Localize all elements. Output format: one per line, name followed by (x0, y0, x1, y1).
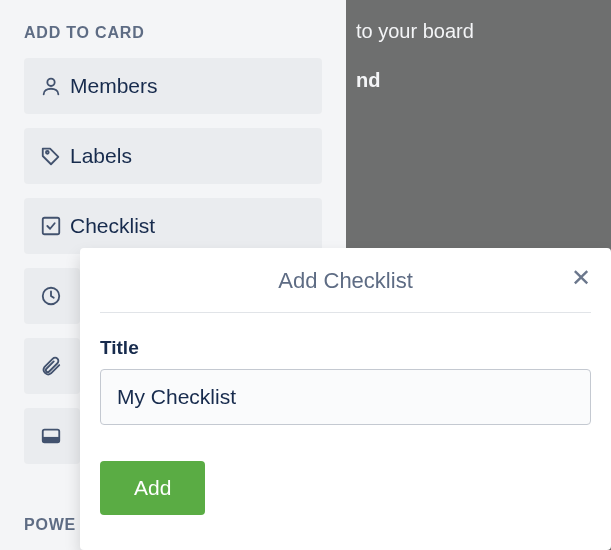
members-button[interactable]: Members (24, 58, 322, 114)
add-checklist-popover: Add Checklist ✕ Title Add (80, 248, 611, 550)
clock-icon (40, 285, 64, 307)
cover-button[interactable] (24, 408, 80, 464)
backdrop-text-2: nd (356, 69, 601, 92)
svg-point-1 (46, 151, 49, 154)
title-label: Title (100, 337, 591, 359)
add-button[interactable]: Add (100, 461, 205, 515)
svg-rect-2 (43, 218, 60, 235)
cover-icon (40, 425, 64, 447)
backdrop-text-1: to your board (356, 20, 601, 43)
svg-rect-5 (43, 437, 60, 443)
attachment-icon (40, 355, 64, 377)
add-to-card-heading: ADD TO CARD (24, 24, 322, 42)
checklist-button[interactable]: Checklist (24, 198, 322, 254)
dates-button[interactable] (24, 268, 80, 324)
svg-point-0 (47, 79, 54, 86)
popover-title: Add Checklist (278, 268, 413, 293)
person-icon (40, 75, 70, 97)
tag-icon (40, 145, 70, 167)
sidebar-item-label: Labels (70, 144, 132, 168)
sidebar-item-label: Members (70, 74, 158, 98)
attachment-button[interactable] (24, 338, 80, 394)
checklist-icon (40, 215, 70, 237)
labels-button[interactable]: Labels (24, 128, 322, 184)
close-icon[interactable]: ✕ (571, 266, 591, 290)
sidebar-item-label: Checklist (70, 214, 155, 238)
checklist-title-input[interactable] (100, 369, 591, 425)
